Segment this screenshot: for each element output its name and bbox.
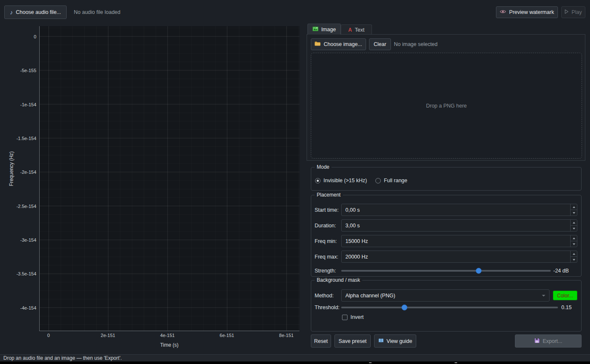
taskbar-artifact <box>455 362 457 363</box>
y-axis-tick: 0 <box>0 34 36 40</box>
spin-down-arrow[interactable] <box>571 210 577 216</box>
choose-image-label: Choose image... <box>323 41 362 47</box>
preview-watermark-button[interactable]: Preview watermark <box>496 6 558 18</box>
spin-up-arrow[interactable] <box>571 204 577 210</box>
freq-max-label: Freq max: <box>315 254 338 260</box>
strength-slider-handle[interactable] <box>476 268 482 274</box>
image-icon <box>313 27 318 32</box>
radio-invisible[interactable]: Invisible (>15 kHz) <box>315 178 367 183</box>
y-axis-tick: -1.5e-154 <box>0 135 36 141</box>
save-export-icon <box>534 338 540 345</box>
mask-group-title: Background / mask <box>315 277 362 283</box>
choose-audio-button[interactable]: ♪ Choose audio file... <box>4 5 67 19</box>
book-icon <box>378 338 384 344</box>
radio-full-range[interactable]: Full range <box>375 178 407 183</box>
save-preset-button[interactable]: Save preset <box>334 334 371 348</box>
x-axis-tick: 0 <box>32 332 65 338</box>
start-time-spin-buttons <box>570 204 577 216</box>
checkbox-unchecked-icon[interactable] <box>342 315 348 320</box>
freq-min-input[interactable]: 15000 Hz <box>341 235 577 247</box>
text-letter-icon: A <box>348 27 352 32</box>
method-row: Method: Alpha channel (PNG) Color... <box>311 289 582 302</box>
spin-up-arrow[interactable] <box>571 251 577 257</box>
start-time-input[interactable]: 0,00 s <box>341 204 577 216</box>
reset-label: Reset <box>314 338 328 344</box>
export-button[interactable]: Export... <box>515 334 582 348</box>
x-axis-tick: 8e-151 <box>269 332 303 338</box>
method-label: Method: <box>315 293 334 299</box>
choose-audio-label: Choose audio file... <box>16 9 61 15</box>
freq-min-value: 15000 Hz <box>345 238 368 244</box>
x-axis-label: Time (s) <box>39 342 299 348</box>
view-guide-label: View guide <box>387 338 412 344</box>
dropzone-hint: Drop a PNG here <box>426 103 467 109</box>
x-axis-tick: 2e-151 <box>91 332 125 338</box>
play-icon <box>565 9 568 15</box>
y-axis-tick: -2.5e-154 <box>0 203 36 209</box>
status-message: Drop an audio file and an image — then u… <box>3 355 122 361</box>
threshold-row: Threshold: 0.15 <box>311 301 582 313</box>
mode-group-title: Mode <box>315 164 331 170</box>
play-button[interactable]: Play <box>561 6 585 18</box>
taskbar-artifact <box>369 362 372 363</box>
top-toolbar: ♪ Choose audio file... No audio file loa… <box>0 0 590 24</box>
duration-input[interactable]: 3,00 s <box>341 219 577 232</box>
freq-max-row: Freq max: 20000 Hz <box>311 251 582 263</box>
slider-track <box>341 307 558 308</box>
clear-image-button[interactable]: Clear <box>369 38 391 50</box>
reset-button[interactable]: Reset <box>311 334 331 348</box>
eye-icon <box>500 9 506 15</box>
strength-slider[interactable] <box>341 264 551 277</box>
spin-down-arrow[interactable] <box>571 226 577 231</box>
play-label: Play <box>571 9 582 15</box>
invert-option[interactable]: Invert <box>342 314 364 320</box>
threshold-label: Threshold: <box>315 305 339 310</box>
watermark-settings-panel: Image A Text Choose image... Clear No im… <box>307 24 586 354</box>
folder-icon <box>315 41 321 47</box>
duration-spin-buttons <box>570 220 577 231</box>
spin-down-arrow[interactable] <box>571 257 577 262</box>
color-button-label: Color... <box>557 293 573 299</box>
tab-text-label: Text <box>355 27 364 33</box>
radio-invisible-label: Invisible (>15 kHz) <box>323 178 367 183</box>
y-axis-tick: -5e-155 <box>0 67 36 73</box>
radio-full-range-label: Full range <box>384 178 407 183</box>
freq-min-spin-buttons <box>570 235 577 247</box>
chevron-down-icon <box>542 295 545 297</box>
threshold-slider-handle[interactable] <box>401 305 407 310</box>
placement-group: Placement Start time: 0,00 s Duration: 3… <box>311 195 582 277</box>
mode-group: Mode Invisible (>15 kHz) Full range <box>311 167 582 191</box>
duration-value: 3,00 s <box>345 223 360 229</box>
preview-watermark-label: Preview watermark <box>509 9 554 15</box>
freq-max-spin-buttons <box>570 251 577 262</box>
spin-up-arrow[interactable] <box>571 220 577 226</box>
save-preset-label: Save preset <box>339 338 367 344</box>
method-combobox[interactable]: Alpha channel (PNG) <box>341 289 550 302</box>
x-axis-tick: 6e-151 <box>210 332 244 338</box>
placement-group-title: Placement <box>315 192 343 198</box>
radio-selected-icon[interactable] <box>315 178 321 183</box>
view-guide-button[interactable]: View guide <box>374 334 416 348</box>
invert-label: Invert <box>350 314 364 320</box>
freq-max-input[interactable]: 20000 Hz <box>341 251 577 263</box>
choose-image-button[interactable]: Choose image... <box>311 38 366 50</box>
image-dropzone[interactable]: Drop a PNG here <box>311 53 582 159</box>
duration-label: Duration: <box>315 223 336 229</box>
spin-up-arrow[interactable] <box>571 235 577 241</box>
image-status-text: No image selected <box>394 41 438 47</box>
start-time-row: Start time: 0,00 s <box>311 204 582 216</box>
spectrogram-canvas[interactable] <box>39 26 299 331</box>
audio-status-text: No audio file loaded <box>74 9 121 15</box>
tab-text[interactable]: A Text <box>341 24 372 35</box>
radio-unselected-icon[interactable] <box>375 178 381 183</box>
spin-down-arrow[interactable] <box>571 241 577 247</box>
freq-max-value: 20000 Hz <box>345 254 368 260</box>
tab-image[interactable]: Image <box>307 24 341 35</box>
color-picker-button[interactable]: Color... <box>553 291 577 300</box>
export-label: Export... <box>543 338 563 344</box>
mode-radio-row: Invisible (>15 kHz) Full range <box>315 178 407 183</box>
strength-label: Strength: <box>315 268 336 274</box>
threshold-slider[interactable] <box>341 301 558 313</box>
y-axis-label: Frequency (Hz) <box>8 151 14 186</box>
slider-track <box>341 270 551 272</box>
